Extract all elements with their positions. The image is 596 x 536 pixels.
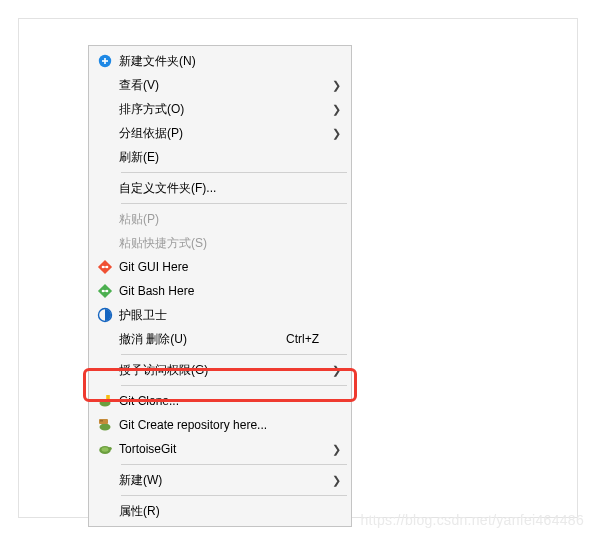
menu-item-label: Git Create repository here...	[119, 418, 331, 432]
menu-item-n[interactable]: 新建文件夹(N)	[91, 49, 349, 73]
menu-item-o[interactable]: 排序方式(O)❯	[91, 97, 349, 121]
git-bash-icon	[91, 279, 119, 303]
icon-empty	[91, 176, 119, 200]
menu-item-item-2[interactable]: 护眼卫士	[91, 303, 349, 327]
icon-empty	[91, 121, 119, 145]
tortoise-clone-icon	[91, 389, 119, 413]
menu-item-tortoisegit[interactable]: TortoiseGit❯	[91, 437, 349, 461]
submenu-arrow-icon: ❯	[331, 443, 341, 456]
context-menu: 新建文件夹(N)查看(V)❯排序方式(O)❯分组依据(P)❯刷新(E)自定义文件…	[88, 45, 352, 527]
menu-item-w[interactable]: 新建(W)❯	[91, 468, 349, 492]
eye-guard-icon	[91, 303, 119, 327]
menu-item-p[interactable]: 分组依据(P)❯	[91, 121, 349, 145]
watermark-text: https://blog.csdn.net/yanfei464486	[361, 512, 584, 528]
icon-empty	[91, 231, 119, 255]
menu-item-label: 查看(V)	[119, 77, 331, 94]
menu-item-label: 新建(W)	[119, 472, 331, 489]
menu-item-shortcut: Ctrl+Z	[286, 332, 331, 346]
menu-item-label: Git Clone...	[119, 394, 331, 408]
git-gui-icon	[91, 255, 119, 279]
menu-item-label: 粘贴(P)	[119, 211, 331, 228]
svg-rect-6	[103, 266, 107, 267]
menu-item-s: 粘贴快捷方式(S)	[91, 231, 349, 255]
icon-empty	[91, 97, 119, 121]
menu-item-g[interactable]: 授予访问权限(G)❯	[91, 358, 349, 382]
svg-point-12	[100, 400, 111, 407]
tortoise-icon	[91, 437, 119, 461]
menu-item-label: 撤消 删除(U)	[119, 331, 286, 348]
menu-item-git-bash-here[interactable]: Git Bash Here	[91, 279, 349, 303]
icon-empty	[91, 145, 119, 169]
menu-item-label: 新建文件夹(N)	[119, 53, 331, 70]
menu-item-git-create-repository-here[interactable]: Git Create repository here...	[91, 413, 349, 437]
menu-item-label: Git Bash Here	[119, 284, 331, 298]
svg-point-15	[100, 424, 111, 431]
menu-item-label: 分组依据(P)	[119, 125, 331, 142]
svg-rect-17	[100, 420, 103, 422]
icon-empty	[91, 468, 119, 492]
menu-item-u[interactable]: 撤消 删除(U)Ctrl+Z	[91, 327, 349, 351]
submenu-arrow-icon: ❯	[331, 103, 341, 116]
menu-separator	[121, 464, 347, 465]
svg-rect-10	[103, 290, 107, 291]
menu-item-label: 授予访问权限(G)	[119, 362, 331, 379]
svg-point-19	[102, 447, 109, 451]
menu-item-e[interactable]: 刷新(E)	[91, 145, 349, 169]
menu-item-label: 护眼卫士	[119, 307, 331, 324]
icon-empty	[91, 207, 119, 231]
menu-item-git-gui-here[interactable]: Git GUI Here	[91, 255, 349, 279]
svg-rect-2	[104, 58, 106, 64]
menu-separator	[121, 172, 347, 173]
menu-separator	[121, 354, 347, 355]
icon-empty	[91, 73, 119, 97]
menu-item-label: 自定义文件夹(F)...	[119, 180, 331, 197]
menu-item-git-clone[interactable]: Git Clone...	[91, 389, 349, 413]
menu-item-label: 刷新(E)	[119, 149, 331, 166]
menu-item-p: 粘贴(P)	[91, 207, 349, 231]
icon-empty	[91, 358, 119, 382]
menu-separator	[121, 385, 347, 386]
menu-item-label: Git GUI Here	[119, 260, 331, 274]
menu-item-f[interactable]: 自定义文件夹(F)...	[91, 176, 349, 200]
icon-empty	[91, 327, 119, 351]
menu-separator	[121, 495, 347, 496]
menu-item-r[interactable]: 属性(R)	[91, 499, 349, 523]
submenu-arrow-icon: ❯	[331, 79, 341, 92]
new-folder-icon	[91, 49, 119, 73]
menu-item-v[interactable]: 查看(V)❯	[91, 73, 349, 97]
menu-item-label: 属性(R)	[119, 503, 331, 520]
submenu-arrow-icon: ❯	[331, 364, 341, 377]
svg-rect-14	[108, 395, 109, 400]
submenu-arrow-icon: ❯	[331, 474, 341, 487]
svg-point-20	[109, 447, 112, 450]
icon-empty	[91, 499, 119, 523]
menu-item-label: TortoiseGit	[119, 442, 331, 456]
menu-item-label: 排序方式(O)	[119, 101, 331, 118]
tortoise-create-icon	[91, 413, 119, 437]
submenu-arrow-icon: ❯	[331, 127, 341, 140]
menu-item-label: 粘贴快捷方式(S)	[119, 235, 331, 252]
menu-separator	[121, 203, 347, 204]
